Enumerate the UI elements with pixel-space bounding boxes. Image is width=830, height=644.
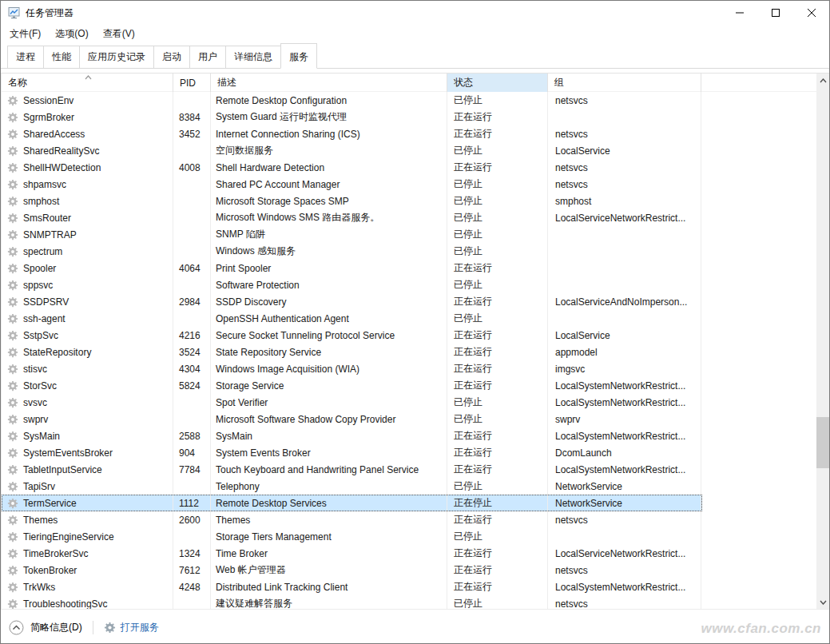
tab-details[interactable]: 详细信息 [225, 46, 281, 69]
service-name: TieringEngineService [23, 531, 114, 543]
vertical-scrollbar[interactable] [816, 74, 829, 609]
table-row[interactable]: smphost Microsoft Storage Spaces SMP 已停止… [2, 193, 702, 209]
menu-file[interactable]: 文件(F) [2, 25, 48, 43]
table-row[interactable]: ssh-agent OpenSSH Authentication Agent 已… [2, 310, 702, 327]
tab-app-history[interactable]: 应用历史记录 [79, 46, 154, 69]
open-services-button[interactable]: 打开服务 [104, 621, 159, 634]
table-row[interactable]: Spooler 4064 Print Spooler 正在运行 [2, 260, 702, 276]
service-group [548, 226, 701, 243]
scroll-down-button[interactable] [816, 595, 829, 609]
tab-processes[interactable]: 进程 [7, 46, 44, 69]
table-row[interactable]: TieringEngineService Storage Tiers Manag… [2, 528, 702, 545]
table-row[interactable]: SmsRouter Microsoft Windows SMS 路由器服务。 已… [2, 209, 702, 226]
service-name-cell: TapiSrv [2, 478, 173, 495]
open-services-label: 打开服务 [121, 621, 159, 634]
service-group: netsvcs [548, 159, 701, 176]
table-row[interactable]: TimeBrokerSvc 1324 Time Broker 正在运行 Loca… [2, 545, 702, 562]
table-row[interactable]: TapiSrv Telephony 已停止 NetworkService [2, 478, 702, 495]
service-pid: 2600 [173, 511, 211, 528]
fewer-details-button[interactable]: 简略信息(D) [9, 620, 82, 635]
service-name-cell: TermService [2, 495, 173, 511]
service-name-cell: SgrmBroker [2, 109, 173, 125]
column-header-pid[interactable]: PID [173, 74, 211, 92]
service-gear-icon [7, 112, 18, 123]
service-group: imgsvc [548, 360, 701, 377]
service-pid [173, 209, 211, 226]
service-pid [173, 276, 211, 293]
service-name: SstpSvc [23, 330, 58, 341]
table-row[interactable]: ShellHWDetection 4008 Shell Hardware Det… [2, 159, 702, 176]
table-row[interactable]: spectrum Windows 感知服务 已停止 [2, 243, 702, 260]
service-gear-icon [7, 145, 18, 157]
tab-users[interactable]: 用户 [189, 46, 226, 69]
service-group: LocalSystemNetworkRestrict... [548, 394, 701, 411]
status-bar: 简略信息(D) 打开服务 [1, 609, 829, 644]
service-name: TokenBroker [23, 565, 77, 576]
close-button[interactable] [793, 1, 829, 25]
table-row[interactable]: TermService 1112 Remote Desktop Services… [2, 495, 702, 511]
service-status: 正在运行 [447, 578, 548, 595]
table-row[interactable]: SharedAccess 3452 Internet Connection Sh… [2, 125, 702, 142]
table-row[interactable]: StateRepository 3524 State Repository Se… [2, 344, 702, 360]
table-row[interactable]: SNMPTRAP SNMP 陷阱 已停止 [2, 226, 702, 243]
service-status: 已停止 [447, 176, 548, 193]
table-row[interactable]: StorSvc 5824 Storage Service 正在运行 LocalS… [2, 377, 702, 394]
service-pid: 1112 [173, 495, 211, 511]
table-row[interactable]: shpamsvc Shared PC Account Manager 已停止 n… [2, 176, 702, 193]
service-pid: 3524 [173, 344, 211, 360]
service-status: 已停止 [447, 243, 548, 260]
table-row[interactable]: SstpSvc 4216 Secure Socket Tunneling Pro… [2, 327, 702, 344]
service-name: SgrmBroker [23, 112, 74, 123]
service-desc: Remote Desktop Configuration [211, 92, 447, 109]
column-header-group[interactable]: 组 [548, 74, 701, 92]
service-status: 已停止 [447, 193, 548, 209]
table-row[interactable]: stisvc 4304 Windows Image Acquisition (W… [2, 360, 702, 377]
table-row[interactable]: SharedRealitySvc 空间数据服务 已停止 LocalService [2, 142, 702, 159]
menu-options[interactable]: 选项(O) [48, 25, 95, 43]
menu-view[interactable]: 查看(V) [96, 25, 142, 43]
minimize-button[interactable] [721, 1, 757, 25]
service-status: 已停止 [447, 209, 548, 226]
table-row[interactable]: SessionEnv Remote Desktop Configuration … [2, 92, 702, 109]
table-row[interactable]: sppsvc Software Protection 已停止 [2, 276, 702, 293]
service-gear-icon [7, 598, 18, 610]
tab-startup[interactable]: 启动 [153, 46, 190, 69]
maximize-button[interactable] [757, 1, 793, 25]
column-header-description[interactable]: 描述 [211, 74, 447, 92]
service-gear-icon [7, 498, 18, 509]
service-status: 已停止 [447, 276, 548, 293]
table-row[interactable]: TabletInputService 7784 Touch Keyboard a… [2, 461, 702, 478]
table-row[interactable]: TrkWks 4248 Distributed Link Tracking Cl… [2, 578, 702, 595]
table-row[interactable]: Themes 2600 Themes 正在运行 netsvcs [2, 511, 702, 528]
table-row[interactable]: TroubleshootingSvc 建议疑难解答服务 已停止 netsvcs [2, 595, 702, 609]
service-desc: Touch Keyboard and Handwriting Panel Ser… [211, 461, 447, 478]
table-row[interactable]: swprv Microsoft Software Shadow Copy Pro… [2, 411, 702, 427]
sort-ascending-icon [85, 75, 92, 80]
table-row[interactable]: SgrmBroker 8384 System Guard 运行时监视代理 正在运… [2, 109, 702, 125]
table-row[interactable]: svsvc Spot Verifier 已停止 LocalSystemNetwo… [2, 394, 702, 411]
table-row[interactable]: SysMain 2588 SysMain 正在运行 LocalSystemNet… [2, 427, 702, 444]
service-gear-icon [7, 531, 18, 543]
table-row[interactable]: SystemEventsBroker 904 System Events Bro… [2, 444, 702, 461]
service-pid: 8384 [173, 109, 211, 125]
service-name-cell: TokenBroker [2, 562, 173, 578]
tab-services[interactable]: 服务 [280, 43, 317, 69]
table-row[interactable]: TokenBroker 7612 Web 帐户管理器 正在运行 netsvcs [2, 562, 702, 578]
scroll-up-button[interactable] [816, 74, 829, 87]
column-header-status[interactable]: 状态 [447, 74, 548, 92]
service-name: spectrum [23, 246, 62, 257]
table-row[interactable]: SSDPSRV 2984 SSDP Discovery 正在运行 LocalSe… [2, 293, 702, 310]
service-desc: Secure Socket Tunneling Protocol Service [211, 327, 447, 344]
service-status: 已停止 [447, 310, 548, 327]
service-name: Themes [23, 515, 58, 526]
service-name: StateRepository [23, 347, 91, 358]
service-gear-icon [7, 447, 18, 459]
service-desc: 空间数据服务 [211, 142, 447, 159]
service-name-cell: TieringEngineService [2, 528, 173, 545]
tab-performance[interactable]: 性能 [43, 46, 80, 69]
service-name: SSDPSRV [23, 296, 69, 308]
service-desc: Microsoft Software Shadow Copy Provider [211, 411, 447, 427]
service-name: stisvc [23, 364, 47, 375]
service-pid [173, 478, 211, 495]
scrollbar-thumb[interactable] [816, 417, 829, 468]
